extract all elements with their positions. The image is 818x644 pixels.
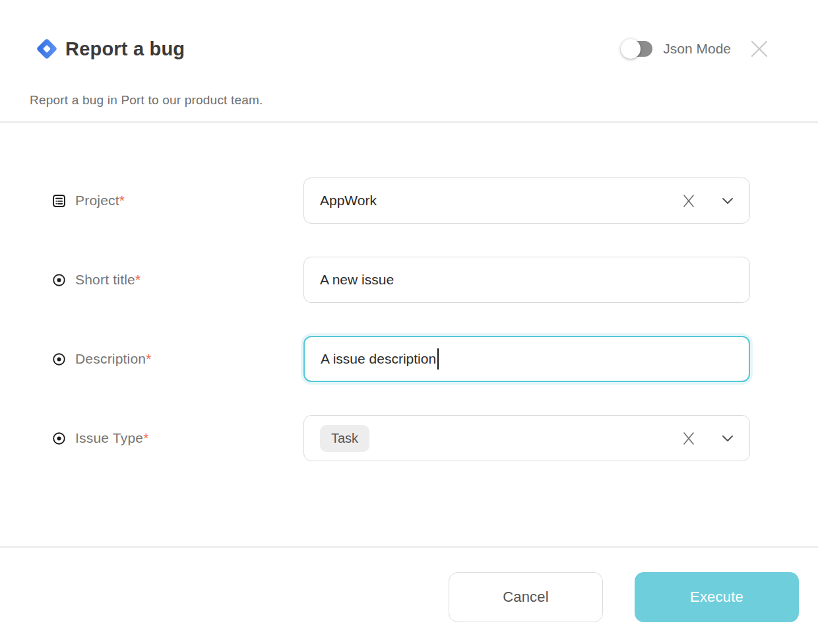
- description-input[interactable]: A issue description: [303, 336, 750, 382]
- project-label: Project*: [51, 193, 303, 209]
- toggle-knob: [621, 39, 641, 59]
- radio-icon: [51, 352, 67, 367]
- field-label-text: Issue Type*: [75, 430, 149, 446]
- issue-type-label: Issue Type*: [51, 430, 303, 446]
- short-title-value: A new issue: [320, 272, 394, 288]
- chevron-down-icon[interactable]: [720, 431, 735, 445]
- required-marker: *: [146, 351, 151, 366]
- json-mode-toggle[interactable]: [623, 41, 652, 57]
- short-title-input[interactable]: A new issue: [303, 257, 750, 303]
- radio-icon: [51, 273, 67, 288]
- chevron-down-icon[interactable]: [720, 193, 735, 208]
- project-select[interactable]: AppWork: [303, 177, 750, 224]
- execute-button[interactable]: Execute: [635, 572, 799, 622]
- required-marker: *: [119, 193, 125, 208]
- close-icon[interactable]: [749, 39, 769, 59]
- required-marker: *: [143, 430, 148, 445]
- project-value: AppWork: [320, 193, 377, 209]
- jira-app-icon: [34, 36, 59, 61]
- field-label-text: Short title*: [75, 272, 141, 288]
- required-marker: *: [135, 272, 141, 287]
- field-row-issue-type: Issue Type* Task: [51, 415, 750, 461]
- radio-icon: [51, 431, 67, 446]
- issue-type-chip[interactable]: Task: [320, 425, 369, 452]
- description-label: Description*: [51, 351, 303, 367]
- modal-footer: Cancel Execute: [0, 548, 818, 622]
- field-label-text: Description*: [75, 351, 152, 367]
- clear-icon[interactable]: [679, 191, 699, 210]
- text-cursor: [437, 348, 439, 370]
- field-label-text: Project*: [75, 193, 125, 209]
- clear-icon[interactable]: [679, 428, 699, 448]
- modal-header: Report a bug Json Mode Report a bug in P…: [0, 0, 818, 108]
- short-title-label: Short title*: [51, 272, 303, 288]
- cancel-button[interactable]: Cancel: [449, 572, 603, 622]
- field-row-project: Project* AppWork: [51, 177, 750, 224]
- issue-type-select[interactable]: Task: [303, 415, 750, 461]
- field-row-short-title: Short title* A new issue: [51, 257, 750, 303]
- page-subtitle: Report a bug in Port to our product team…: [30, 93, 769, 108]
- page-title: Report a bug: [65, 38, 185, 60]
- description-value: A issue description: [321, 351, 436, 367]
- json-mode-label: Json Mode: [663, 41, 731, 57]
- field-row-description: Description* A issue description: [51, 336, 750, 382]
- action-form: Project* AppWork Short title* A new issu…: [0, 123, 818, 546]
- list-icon: [51, 193, 67, 209]
